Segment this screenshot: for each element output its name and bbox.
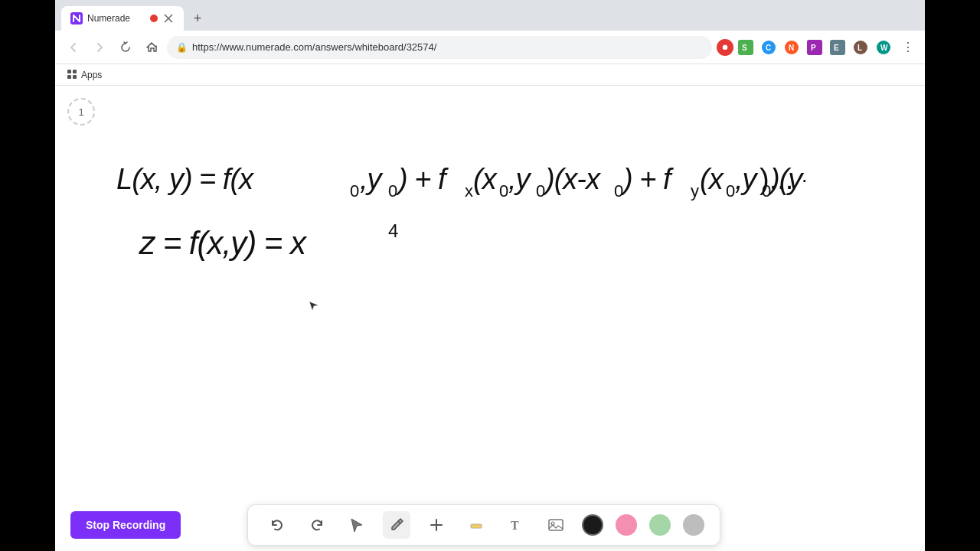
text-tool-button[interactable]: T [502, 511, 530, 539]
svg-text:0: 0 [499, 181, 508, 201]
svg-text:)...: )... [760, 163, 793, 195]
svg-text:E: E [834, 44, 839, 52]
page-number: 1 [67, 98, 95, 126]
ext-icon-2[interactable]: C [758, 37, 779, 58]
ext-icon-4[interactable]: P [804, 37, 825, 58]
svg-rect-49 [549, 520, 563, 530]
url-text: https://www.numerade.com/answers/whitebo… [192, 41, 703, 53]
svg-rect-46 [471, 524, 482, 528]
drawing-toolbar: T [247, 504, 720, 546]
bookmarks-bar: Apps [55, 64, 925, 86]
svg-text:S: S [742, 44, 747, 52]
svg-text:0: 0 [536, 181, 545, 201]
ext-icon-1[interactable]: S [735, 37, 756, 58]
svg-text:)(x-x: )(x-x [542, 163, 602, 195]
screen-record-ext[interactable]: ⏺ [717, 39, 733, 56]
svg-text:4: 4 [388, 220, 398, 241]
add-tool-button[interactable] [423, 511, 450, 539]
color-pink[interactable] [616, 514, 637, 536]
tab-close-button[interactable] [162, 12, 175, 24]
new-tab-button[interactable]: + [187, 8, 208, 29]
lock-icon: 🔒 [176, 42, 188, 53]
svg-text:T: T [511, 519, 519, 532]
ext-icon-5[interactable]: E [827, 37, 848, 58]
back-button[interactable] [63, 37, 84, 58]
svg-text:,y: ,y [735, 163, 759, 195]
svg-text:) + f: ) + f [620, 163, 674, 195]
svg-text:0: 0 [614, 181, 623, 201]
svg-text:N: N [789, 44, 794, 52]
left-chrome-bar [0, 0, 55, 551]
svg-rect-20 [73, 75, 77, 79]
svg-rect-19 [67, 75, 71, 79]
select-tool-button[interactable] [343, 511, 371, 539]
ext-icon-3[interactable]: N [781, 37, 802, 58]
svg-text:) + f: ) + f [395, 163, 449, 195]
nav-bar: 🔒 https://www.numerade.com/answers/white… [55, 31, 925, 64]
active-tab[interactable]: Numerade [61, 6, 184, 31]
color-green[interactable] [649, 514, 671, 536]
tab-favicon [70, 12, 83, 24]
color-gray[interactable] [683, 514, 704, 536]
svg-text:L(x, y) = f(x: L(x, y) = f(x [116, 163, 255, 195]
svg-text:x: x [465, 181, 473, 201]
browser-window: Numerade + 🔒 https://www.numerade [55, 0, 925, 551]
math-content: L(x, y) = f(x 0 ,y 0 ) + f x (x 0 ,y 0 )… [116, 147, 805, 303]
highlighter-button[interactable] [462, 511, 490, 539]
extension-icons: ⏺ S C N [717, 37, 894, 58]
browser-menu-button[interactable]: ⋮ [899, 37, 917, 57]
address-bar[interactable]: 🔒 https://www.numerade.com/answers/white… [167, 36, 712, 59]
svg-text:0: 0 [350, 181, 359, 201]
svg-text:C: C [766, 44, 771, 52]
svg-text:y: y [691, 181, 699, 201]
apps-label: Apps [81, 70, 102, 80]
svg-text:(x: (x [473, 163, 498, 195]
home-button[interactable] [141, 37, 162, 58]
bottom-toolbar: Stop Recording [55, 499, 925, 551]
reload-button[interactable] [115, 37, 136, 58]
color-black[interactable] [582, 514, 603, 536]
stop-recording-label: Stop Recording [86, 519, 165, 531]
right-chrome-bar [925, 0, 980, 551]
svg-text:,y: ,y [508, 163, 532, 195]
undo-button[interactable] [263, 511, 291, 539]
ext-icon-7[interactable]: W [873, 37, 894, 58]
svg-text:0: 0 [726, 181, 735, 201]
whiteboard-area[interactable]: 1 L(x, y) = f(x 0 ,y 0 ) + f x (x 0 ,y 0… [55, 86, 925, 551]
svg-rect-18 [73, 70, 77, 73]
svg-text:0: 0 [388, 181, 397, 201]
ext-icon-6[interactable]: L [850, 37, 871, 58]
redo-button[interactable] [303, 511, 331, 539]
image-tool-button[interactable] [542, 511, 570, 539]
tab-title: Numerade [87, 13, 145, 24]
stop-recording-button[interactable]: Stop Recording [70, 511, 181, 539]
svg-text:P: P [811, 44, 816, 52]
apps-link[interactable]: Apps [63, 68, 106, 82]
svg-rect-17 [67, 70, 71, 73]
svg-text:z = f(x,y) = x: z = f(x,y) = x [139, 225, 308, 261]
pen-tool-button[interactable] [383, 511, 410, 539]
svg-text:(x: (x [700, 163, 725, 195]
svg-text:,y: ,y [360, 163, 384, 195]
svg-text:W: W [880, 44, 888, 52]
svg-text:L: L [858, 44, 862, 52]
tab-bar: Numerade + [55, 0, 925, 31]
forward-button[interactable] [89, 37, 110, 58]
tab-recording-dot [150, 15, 158, 22]
